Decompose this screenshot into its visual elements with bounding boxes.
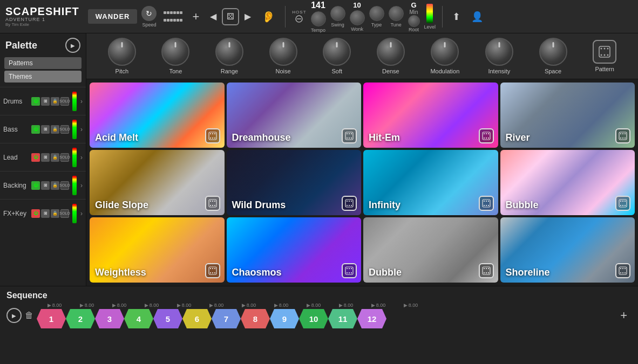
step-play-11[interactable]: ▶	[371, 303, 375, 308]
lock-icon-bass[interactable]: 🔒	[51, 125, 59, 134]
pattern-card-hit-em[interactable]: Hit-Em	[363, 83, 498, 148]
channel-expand-fxkey[interactable]: ›	[80, 210, 83, 217]
root-knob[interactable]	[408, 15, 420, 27]
step-play-7[interactable]: ▶	[242, 303, 246, 308]
solo-button-fxkey[interactable]: SOLO	[60, 209, 69, 218]
pattern-card-infinity[interactable]: Infinity	[363, 150, 498, 215]
step-play-12[interactable]: ▶	[404, 303, 408, 308]
step-play-5[interactable]: ▶	[177, 303, 181, 308]
tab-patterns[interactable]: Patterns	[4, 57, 82, 69]
grid-icon-backing[interactable]: ⊞	[41, 181, 50, 190]
power-button-bass[interactable]: ⏻	[31, 125, 40, 134]
step-play-3[interactable]: ▶	[112, 303, 116, 308]
power-button-drums[interactable]: ⏻	[31, 97, 40, 106]
channel-expand-bass[interactable]: ›	[80, 126, 83, 133]
pattern-card-wild-drums[interactable]: Wild Drums	[227, 150, 362, 215]
palette-play-button[interactable]: ▶	[65, 38, 80, 53]
step-play-1[interactable]: ▶	[47, 303, 51, 308]
pattern-dice-dreamhouse[interactable]	[342, 128, 357, 143]
sequence-step-8[interactable]: 8	[241, 309, 270, 328]
pattern-card-dubble[interactable]: Dubble	[363, 217, 498, 283]
channel-expand-lead[interactable]: ›	[80, 154, 83, 161]
step-play-10[interactable]: ▶	[339, 303, 343, 308]
knob-tone[interactable]	[161, 38, 189, 66]
wonk-knob[interactable]	[350, 10, 365, 25]
pattern-card-weightless[interactable]: Weightless	[90, 217, 225, 283]
pattern-dice-button[interactable]	[593, 40, 616, 64]
sequence-step-2[interactable]: 2	[66, 309, 95, 328]
grid-icon-drums[interactable]: ⊞	[41, 97, 50, 106]
solo-button-backing[interactable]: SOLO	[60, 181, 69, 190]
pattern-dice-dubble[interactable]	[479, 263, 494, 278]
grid-button[interactable]	[163, 9, 182, 24]
lock-icon-drums[interactable]: 🔒	[51, 97, 59, 106]
pattern-dice-weightless[interactable]	[205, 263, 220, 278]
pattern-dice-glide-slope[interactable]	[205, 196, 220, 211]
sequence-add-button[interactable]: +	[616, 308, 632, 322]
pattern-dice-wild-drums[interactable]	[342, 196, 357, 211]
sequence-step-4[interactable]: 4	[124, 309, 153, 328]
sequence-step-1[interactable]: 1	[37, 309, 66, 328]
user-button[interactable]: 👤	[468, 11, 486, 23]
sequence-step-11[interactable]: 11	[328, 309, 357, 328]
knob-modulation[interactable]	[431, 38, 459, 66]
knob-intensity[interactable]	[485, 38, 513, 66]
power-button-backing[interactable]: ⏻	[31, 181, 40, 190]
add-button[interactable]: +	[189, 10, 202, 24]
pattern-dice-river[interactable]	[615, 128, 630, 143]
knob-dense[interactable]	[377, 38, 405, 66]
solo-button-drums[interactable]: SOLO	[60, 97, 69, 106]
pattern-card-dreamhouse[interactable]: Dreamhouse	[227, 83, 362, 148]
sequence-step-9[interactable]: 9	[270, 309, 299, 328]
pattern-card-bubble[interactable]: Bubble	[500, 150, 635, 215]
step-play-6[interactable]: ▶	[209, 303, 213, 308]
grid-icon-lead[interactable]: ⊞	[41, 153, 50, 162]
pattern-dice-hit-em[interactable]	[479, 128, 494, 143]
pattern-dice-chaosmos[interactable]	[342, 263, 357, 278]
tab-themes[interactable]: Themes	[4, 71, 82, 83]
solo-button-bass[interactable]: SOLO	[60, 125, 69, 134]
wander-button[interactable]: WANDER	[88, 9, 138, 24]
knob-noise[interactable]	[269, 38, 297, 66]
grid-icon-fxkey[interactable]: ⊞	[41, 209, 50, 218]
power-button-fxkey[interactable]: ⏻	[31, 209, 40, 218]
step-play-9[interactable]: ▶	[307, 303, 310, 308]
lock-icon-lead[interactable]: 🔒	[51, 153, 59, 162]
lock-icon-backing[interactable]: 🔒	[51, 181, 59, 190]
swing-knob[interactable]	[330, 6, 345, 21]
lock-icon-fxkey[interactable]: 🔒	[51, 209, 59, 218]
grid-icon-bass[interactable]: ⊞	[41, 125, 50, 134]
type-knob[interactable]	[369, 6, 384, 21]
step-play-4[interactable]: ▶	[145, 303, 148, 308]
tune-knob[interactable]	[389, 6, 404, 21]
knob-range[interactable]	[215, 38, 243, 66]
share-button[interactable]: ⬆	[449, 11, 464, 23]
sequence-step-7[interactable]: 7	[212, 309, 241, 328]
channel-expand-backing[interactable]: ›	[80, 182, 83, 189]
step-play-2[interactable]: ▶	[80, 303, 84, 308]
nav-left-arrow[interactable]: ◀	[207, 9, 220, 24]
tempo-knob[interactable]	[311, 11, 326, 26]
knob-space[interactable]	[539, 38, 567, 66]
sequence-step-3[interactable]: 3	[95, 309, 124, 328]
pattern-dice-shoreline[interactable]	[615, 263, 630, 278]
power-button-lead[interactable]: ⏻	[31, 153, 40, 162]
step-play-8[interactable]: ▶	[274, 303, 278, 308]
sequence-step-12[interactable]: 12	[357, 309, 386, 328]
sequence-play-button[interactable]: ▶	[6, 308, 22, 323]
pattern-card-acid-melt[interactable]: Acid Melt	[90, 83, 225, 148]
pattern-dice-bubble[interactable]	[615, 196, 630, 211]
pattern-dice-infinity[interactable]	[479, 196, 494, 211]
knob-pitch[interactable]	[108, 38, 136, 66]
pattern-card-river[interactable]: River	[500, 83, 635, 148]
ear-button[interactable]: 👂	[259, 10, 279, 23]
sequence-step-6[interactable]: 6	[182, 309, 212, 328]
pattern-card-shoreline[interactable]: Shoreline	[500, 217, 635, 283]
knob-soft[interactable]	[323, 38, 351, 66]
sequence-step-5[interactable]: 5	[153, 309, 182, 328]
pattern-dice-acid-melt[interactable]	[205, 128, 220, 143]
solo-button-lead[interactable]: SOLO	[60, 153, 69, 162]
speed-icon[interactable]: ↻	[141, 6, 157, 21]
nav-right-arrow[interactable]: ▶	[241, 9, 254, 24]
channel-expand-drums[interactable]: ›	[80, 98, 83, 105]
